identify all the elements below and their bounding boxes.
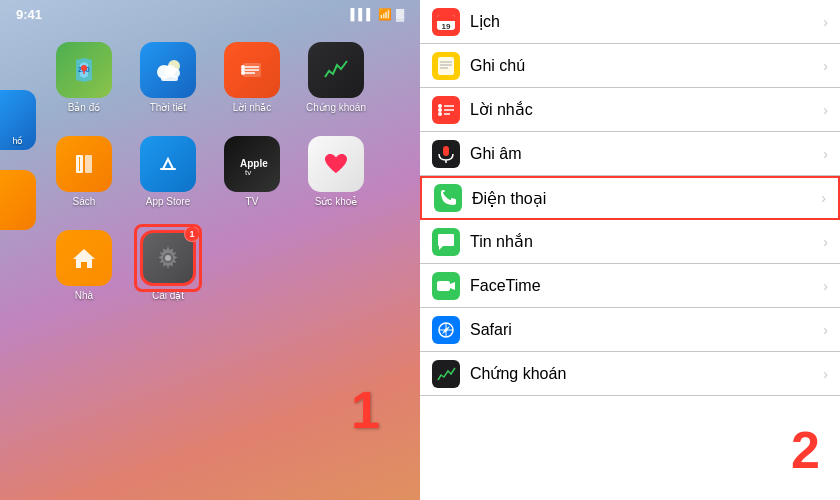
app-appstore[interactable]: App Store	[128, 132, 208, 222]
home-label: Nhà	[75, 290, 93, 301]
settings-item-facetime[interactable]: FaceTime ›	[420, 264, 840, 308]
ghiam-chevron: ›	[823, 146, 828, 162]
svg-point-14	[241, 71, 245, 75]
app-home[interactable]: Nhà	[44, 226, 124, 316]
settings-item-loinhac[interactable]: Lời nhắc ›	[420, 88, 840, 132]
books-label: Sách	[73, 196, 96, 207]
maps-icon: 280	[56, 42, 112, 98]
partial-label-1: hồ	[12, 136, 23, 146]
dienthoai-label: Điện thoại	[472, 189, 821, 208]
svg-rect-40	[437, 281, 450, 291]
health-icon	[308, 136, 364, 192]
home-icon	[56, 230, 112, 286]
svg-point-33	[438, 108, 442, 112]
tinnhan-chevron: ›	[823, 234, 828, 250]
facetime-icon	[432, 272, 460, 300]
app-settings[interactable]: 1 Cài đặt	[128, 226, 208, 316]
dienthoai-icon	[434, 184, 462, 212]
reminders-icon	[224, 42, 280, 98]
ghiam-label: Ghi âm	[470, 145, 823, 163]
app-stocks[interactable]: Chứng khoán	[296, 38, 376, 128]
loinhac-chevron: ›	[823, 102, 828, 118]
svg-rect-7	[161, 76, 178, 81]
wifi-icon: 📶	[378, 8, 392, 21]
empty-cell-1	[212, 226, 292, 316]
ghiam-icon	[432, 140, 460, 168]
settings-badge: 1	[184, 226, 200, 242]
weather-label: Thời tiết	[150, 102, 186, 113]
app-tv[interactable]: Apple tv TV	[212, 132, 292, 222]
chungkhoan-icon	[432, 360, 460, 388]
safari-label: Safari	[470, 321, 823, 339]
stocks-label: Chứng khoán	[306, 102, 366, 113]
chungkhoan-label: Chứng khoán	[470, 364, 823, 383]
settings-item-dienthoai[interactable]: Điện thoại ›	[420, 176, 840, 220]
app-weather[interactable]: Thời tiết	[128, 38, 208, 128]
loinhac-label: Lời nhắc	[470, 100, 823, 119]
facetime-label: FaceTime	[470, 277, 823, 295]
books-icon	[56, 136, 112, 192]
tv-label: TV	[246, 196, 259, 207]
lich-label: Lịch	[470, 12, 823, 31]
svg-text:19: 19	[442, 22, 451, 31]
lich-icon: 19	[432, 8, 460, 36]
reminders-label: Lời nhắc	[233, 102, 272, 113]
loinhac-icon	[432, 96, 460, 124]
app-health[interactable]: Sức khoẻ	[296, 132, 376, 222]
battery-icon: ▓	[396, 8, 404, 20]
settings-label: Cài đặt	[152, 290, 184, 301]
step-2: 2	[791, 420, 820, 480]
svg-rect-28	[438, 57, 454, 75]
partial-app-2[interactable]	[0, 170, 36, 230]
weather-icon	[140, 42, 196, 98]
step-1: 1	[351, 380, 380, 440]
settings-item-ghichu[interactable]: Ghi chú ›	[420, 44, 840, 88]
svg-rect-26	[437, 18, 455, 21]
dienthoai-chevron: ›	[821, 190, 826, 206]
appstore-label: App Store	[146, 196, 190, 207]
appstore-icon	[140, 136, 196, 192]
stocks-icon	[308, 42, 364, 98]
maps-label: Bản đồ	[68, 102, 101, 113]
settings-item-tinnhan[interactable]: Tin nhắn ›	[420, 220, 840, 264]
svg-point-34	[438, 112, 442, 116]
settings-item-lich[interactable]: 19 Lịch ›	[420, 0, 840, 44]
svg-rect-38	[443, 146, 449, 156]
chungkhoan-chevron: ›	[823, 366, 828, 382]
app-books[interactable]: Sách	[44, 132, 124, 222]
lich-chevron: ›	[823, 14, 828, 30]
partial-app-1[interactable]: hồ	[0, 90, 36, 150]
settings-item-safari[interactable]: Safari ›	[420, 308, 840, 352]
status-time: 9:41	[16, 7, 42, 22]
ghichu-chevron: ›	[823, 58, 828, 74]
svg-rect-16	[85, 155, 92, 173]
settings-item-ghiam[interactable]: Ghi âm ›	[420, 132, 840, 176]
empty-cell-2	[296, 226, 376, 316]
app-grid: 280 Bản đồ Thời tiết	[0, 28, 420, 326]
settings-item-chungkhoan[interactable]: Chứng khoán ›	[420, 352, 840, 396]
svg-point-32	[438, 104, 442, 108]
safari-chevron: ›	[823, 322, 828, 338]
svg-text:tv: tv	[245, 168, 251, 177]
tinnhan-icon	[432, 228, 460, 256]
right-panel: 19 Lịch › Ghi chú ›	[420, 0, 840, 500]
status-icons: ▌▌▌ 📶 ▓	[351, 8, 404, 21]
tv-icon: Apple tv	[224, 136, 280, 192]
health-label: Sức khoẻ	[315, 196, 358, 207]
svg-point-23	[165, 255, 171, 261]
ghichu-icon	[432, 52, 460, 80]
settings-list: 19 Lịch › Ghi chú ›	[420, 0, 840, 500]
app-maps[interactable]: 280 Bản đồ	[44, 38, 124, 128]
left-panel: 9:41 ▌▌▌ 📶 ▓ hồ 280	[0, 0, 420, 500]
facetime-chevron: ›	[823, 278, 828, 294]
settings-icon-wrapper: 1	[140, 230, 196, 286]
app-reminders[interactable]: Lời nhắc	[212, 38, 292, 128]
tinnhan-label: Tin nhắn	[470, 232, 823, 251]
safari-icon	[432, 316, 460, 344]
signal-icon: ▌▌▌	[351, 8, 374, 20]
status-bar: 9:41 ▌▌▌ 📶 ▓	[0, 0, 420, 28]
ghichu-label: Ghi chú	[470, 57, 823, 75]
